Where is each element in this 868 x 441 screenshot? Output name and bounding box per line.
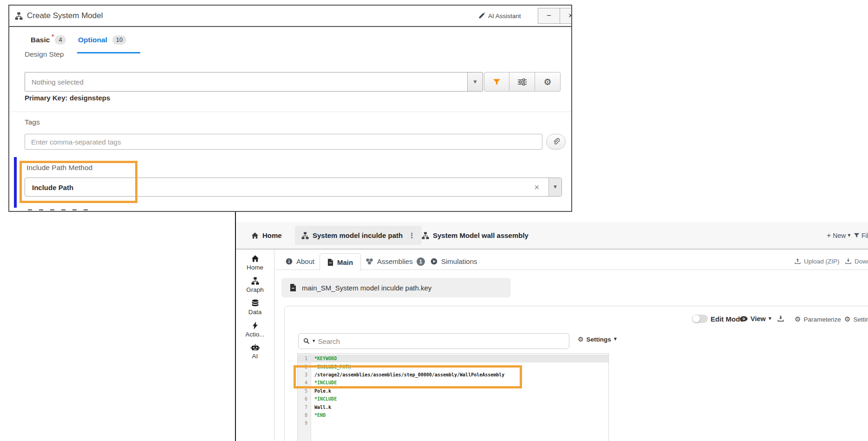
settings-button[interactable]: ⚙ Setting xyxy=(844,315,868,323)
left-sidebar: Home Graph Data Actio... AI xyxy=(236,250,274,441)
sidebar-item-home[interactable]: Home xyxy=(236,251,274,274)
tab-optional[interactable]: Optional 10 xyxy=(78,35,126,45)
primary-key-text: Primary Key: designsteps xyxy=(25,94,110,102)
ai-assistant-label: AI Assistant xyxy=(488,13,521,20)
required-asterisk: * xyxy=(52,33,54,40)
chevron-down-icon[interactable]: ▼ xyxy=(313,340,315,343)
filter-label: Fil xyxy=(861,232,868,239)
chevron-down-icon: ▼ xyxy=(769,317,771,321)
clear-icon[interactable]: × xyxy=(534,178,539,197)
tags-input[interactable] xyxy=(25,134,542,150)
kebab-menu-icon[interactable]: ⋮ xyxy=(408,231,415,240)
line-number: 8 xyxy=(298,413,311,418)
search-box: ▼ xyxy=(298,333,569,349)
edit-mode-label: Edit Mode xyxy=(711,315,744,323)
active-tab-underline xyxy=(77,52,140,53)
close-button[interactable]: × xyxy=(560,8,572,23)
tab-assemblies-label: Assemblies xyxy=(377,257,413,265)
toggle-knob xyxy=(692,315,700,323)
code-line[interactable]: 7Wall.k xyxy=(298,403,608,411)
assemblies-icon xyxy=(365,258,373,265)
code-line[interactable]: 6*INCLUDE xyxy=(298,395,608,403)
nav-home-tab[interactable]: Home xyxy=(251,222,282,249)
code-text: Pole.k xyxy=(311,388,331,394)
tab-optional-badge: 10 xyxy=(112,35,126,45)
nav-home-label: Home xyxy=(262,231,282,239)
new-button[interactable]: + New ▼ xyxy=(827,222,851,249)
code-line[interactable]: 1*KEYWORD xyxy=(298,355,608,362)
search-icon xyxy=(303,338,310,344)
nav-active-tab[interactable]: System model inculde path ⋮ xyxy=(295,226,422,245)
code-line[interactable]: 3/storage2/assemblies/assemblies/step_00… xyxy=(298,371,608,379)
upload-zip-button[interactable]: Upload (ZIP) xyxy=(794,253,840,270)
tab-basic-badge: 4 xyxy=(55,35,65,45)
key-file-tab[interactable]: main_SM_System model inculde path.key xyxy=(281,278,511,297)
chevron-down-icon: ▼ xyxy=(614,337,617,341)
line-number: 1 xyxy=(298,356,311,361)
tab-about[interactable]: About xyxy=(286,253,314,270)
sidebar-item-actions[interactable]: Actio... xyxy=(236,318,274,341)
upload-label: Upload (ZIP) xyxy=(804,258,840,265)
tab-about-label: About xyxy=(296,257,314,265)
nav-other-label: System Model wall assembly xyxy=(433,231,529,239)
sliders-icon xyxy=(518,79,527,86)
sidebar-actions-label: Actio... xyxy=(245,331,264,338)
editor-settings-label: Settings xyxy=(587,336,611,343)
filter-button[interactable] xyxy=(484,72,509,92)
view-label: View xyxy=(751,315,766,323)
code-line[interactable]: 9 xyxy=(298,419,608,427)
dialog-header: Create System Model AI Assistant − × xyxy=(9,6,571,27)
field-accent-bar xyxy=(14,157,17,208)
tab-simulations[interactable]: Simulations xyxy=(431,253,477,270)
tab-simulations-label: Simulations xyxy=(441,257,477,265)
design-step-select[interactable]: Nothing selected ▼ xyxy=(25,72,483,92)
minimize-button[interactable]: − xyxy=(538,8,560,23)
code-text: *END xyxy=(311,413,326,418)
ai-assistant-button[interactable]: AI Assistant xyxy=(478,6,521,26)
code-line[interactable]: 5Pole.k xyxy=(298,387,608,395)
download-file-button[interactable] xyxy=(777,314,784,323)
sliders-button[interactable] xyxy=(509,72,535,92)
gear-icon: ⚙ xyxy=(844,315,850,323)
code-editor[interactable]: 1*KEYWORD 2*INCLUDE_PATH 3/storage2/asse… xyxy=(297,353,609,441)
play-icon xyxy=(431,258,437,265)
sidebar-item-graph[interactable]: Graph xyxy=(236,274,274,296)
view-dropdown[interactable]: View ▼ xyxy=(740,315,771,323)
code-line[interactable]: 8*END xyxy=(298,411,608,419)
editor-settings-dropdown[interactable]: ⚙ Settings ▼ xyxy=(578,336,617,343)
sidebar-item-data[interactable]: Data xyxy=(236,296,274,318)
clipped-next-field-label xyxy=(28,209,89,211)
assemblies-count-badge: 1 xyxy=(417,257,425,266)
tab-main[interactable]: Main xyxy=(320,253,361,271)
tab-assemblies[interactable]: Assemblies 1 xyxy=(365,253,425,270)
design-step-settings-button[interactable]: ⚙ xyxy=(535,72,561,92)
nav-other-tab[interactable]: System Model wall assembly xyxy=(422,222,529,249)
tab-basic[interactable]: Basic* 4 xyxy=(31,35,66,45)
include-path-method-select[interactable]: Include Path × ▼ xyxy=(25,178,562,197)
include-path-caret[interactable]: ▼ xyxy=(548,178,561,196)
file-icon xyxy=(290,284,296,291)
download-button[interactable]: Downl xyxy=(845,253,868,270)
line-number: 3 xyxy=(298,372,311,377)
sidebar-item-ai[interactable]: AI xyxy=(236,341,274,363)
workspace-window: Home System model inculde path ⋮ System … xyxy=(235,212,868,441)
tags-label: Tags xyxy=(25,118,40,126)
filter-nav-button[interactable]: Fil xyxy=(854,222,868,249)
pencil-icon xyxy=(478,13,485,19)
section-divider xyxy=(9,112,571,112)
gear-icon: ⚙ xyxy=(543,77,551,87)
line-number: 7 xyxy=(298,405,311,410)
design-step-caret[interactable]: ▼ xyxy=(467,72,483,91)
search-input[interactable] xyxy=(318,337,564,345)
edit-mode-toggle[interactable] xyxy=(692,315,708,323)
sidebar-ai-label: AI xyxy=(252,353,258,360)
tab-basic-label: Basic xyxy=(31,36,50,44)
line-number: 6 xyxy=(298,396,311,402)
attach-button[interactable] xyxy=(546,134,566,150)
database-icon xyxy=(251,299,259,307)
code-text: Wall.k xyxy=(311,405,331,410)
code-line[interactable]: 4*INCLUDE xyxy=(298,379,608,387)
code-line[interactable]: 2*INCLUDE_PATH xyxy=(298,362,608,370)
parameterize-button[interactable]: ⚙ Parameterize xyxy=(795,315,841,323)
screen: Create System Model AI Assistant − × Bas… xyxy=(0,0,868,441)
